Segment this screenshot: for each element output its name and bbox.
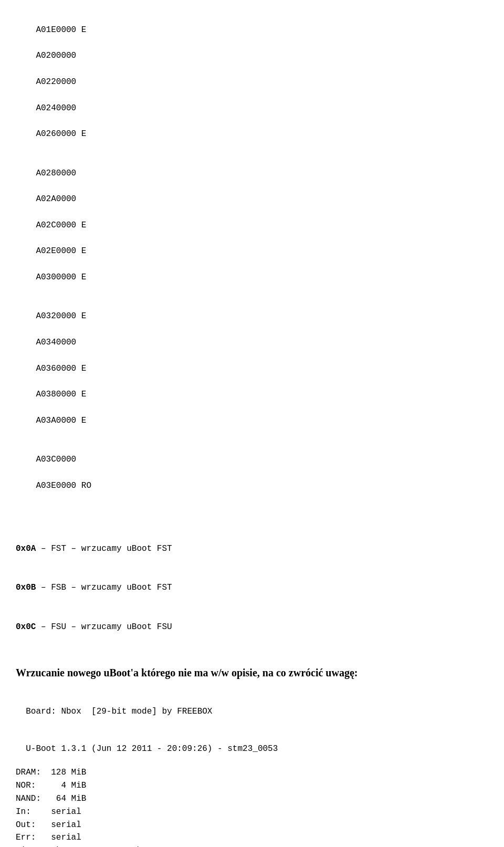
boot-cmd-1: 0x0A – FST – wrzucamy uBoot FST <box>16 542 488 556</box>
uboot-version: U-Boot 1.3.1 (Jun 12 2011 - 20:09:26) - … <box>16 729 488 756</box>
memory-map: A01E0000 E A0200000 A0220000 A0240000 A0… <box>16 11 488 505</box>
memory-row-1: A01E0000 E A0200000 A0220000 A0240000 A0… <box>16 11 488 154</box>
section-heading: Wrzucanie nowego uBoot'a którego nie ma … <box>16 667 488 679</box>
boot-cmd-2: 0x0B – FSB – wrzucamy uBoot FST <box>16 581 488 594</box>
memory-row-2: A0280000 A02A0000 A02C0000 E A02E0000 E … <box>16 154 488 297</box>
memory-row-3: A0320000 E A0340000 A0360000 E A0380000 … <box>16 297 488 441</box>
boot-commands: 0x0A – FST – wrzucamy uBoot FST 0x0B – F… <box>16 516 488 646</box>
board-info: Board: Nbox [29-bit mode] by FREEBOX <box>16 692 488 718</box>
hardware-info: DRAM: 128 MiB NOR: 4 MiB NAND: 64 MiB In… <box>16 766 488 847</box>
memory-row-4: A03C0000 A03E0000 RO <box>16 440 488 505</box>
boot-cmd-3: 0x0C – FSU – wrzucamy uBoot FSU <box>16 621 488 634</box>
